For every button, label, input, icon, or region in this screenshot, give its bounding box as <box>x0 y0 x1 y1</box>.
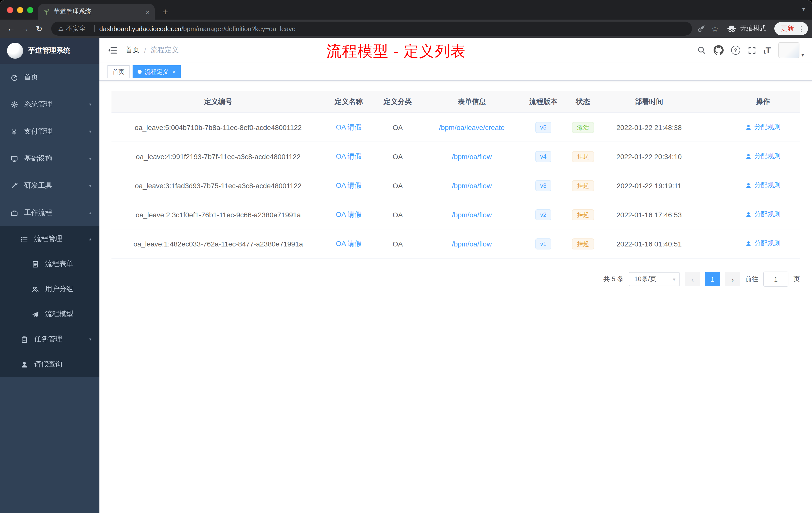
forward-icon[interactable]: → <box>18 22 32 36</box>
goto-label: 前往 <box>745 275 758 283</box>
tag-home[interactable]: 首页 <box>108 65 129 78</box>
document-icon <box>31 260 39 268</box>
search-icon[interactable] <box>697 46 706 55</box>
col-deploy-time: 部署时间 <box>600 91 698 113</box>
avatar <box>778 42 800 58</box>
col-process-version: 流程版本 <box>521 91 566 113</box>
page-number-button[interactable]: 1 <box>705 272 720 286</box>
form-link[interactable]: /bpm/oa/flow <box>452 240 492 248</box>
breadcrumb-current: 流程定义 <box>151 46 179 55</box>
goto-page-input[interactable] <box>763 272 788 286</box>
update-chip[interactable]: 更新 ⋮ <box>774 22 808 35</box>
key-icon[interactable] <box>697 24 705 33</box>
browser-tab[interactable]: 芋道管理系统 × <box>38 4 155 20</box>
back-icon[interactable]: ← <box>4 22 18 36</box>
logo-avatar <box>7 43 23 59</box>
cell-deploy-time: 2022-01-22 19:19:11 <box>600 171 698 200</box>
help-icon[interactable]: ? <box>731 46 740 55</box>
chevron-down-icon: ▾ <box>89 183 91 188</box>
browser-menu-icon[interactable]: ⋮ <box>798 25 805 32</box>
close-window-button[interactable] <box>7 7 13 13</box>
table-row: oa_leave:5:004b710b-7b8a-11ec-8ef0-acde4… <box>112 113 800 142</box>
sidebar-item-payment[interactable]: ¥ 支付管理 ▾ <box>0 118 99 145</box>
sidebar-item-user-group[interactable]: 用户分组 <box>0 277 99 302</box>
prev-page-button[interactable]: ‹ <box>685 272 700 286</box>
cell-id: oa_leave:4:991f2193-7b7f-11ec-a3c8-acde4… <box>112 142 325 171</box>
sidebar-item-devtools[interactable]: 研发工具 ▾ <box>0 172 99 199</box>
next-page-button[interactable]: › <box>725 272 740 286</box>
tags-view: 首页 流程定义 × <box>99 63 812 81</box>
tab-search-chevron-icon[interactable]: ▾ <box>802 6 805 12</box>
assign-rule-button[interactable]: 分配规则 <box>746 123 781 132</box>
cell-category: OA <box>373 200 423 229</box>
table-row: oa_leave:3:1fad3d93-7b75-11ec-a3c8-acde4… <box>112 171 800 200</box>
chevron-down-icon: ▾ <box>89 102 91 107</box>
col-definition-id: 定义编号 <box>112 91 325 113</box>
browser-toolbar: ← → ↻ ⚠ 不安全 dashboard.yudao.iocoder.cn /… <box>0 20 812 38</box>
window-controls <box>7 7 33 13</box>
definition-name-link[interactable]: OA 请假 <box>336 210 362 218</box>
sidebar-logo: 芋道管理系统 <box>0 38 99 64</box>
form-link[interactable]: /bpm/oa/flow <box>452 152 492 160</box>
definition-name-link[interactable]: OA 请假 <box>336 239 362 247</box>
reload-icon[interactable]: ↻ <box>32 22 46 36</box>
status-badge: 挂起 <box>572 180 594 191</box>
security-label: 不安全 <box>66 24 86 33</box>
sidebar-item-process-form[interactable]: 流程表单 <box>0 251 99 277</box>
assign-rule-button[interactable]: 分配规则 <box>746 239 781 248</box>
font-size-icon[interactable]: tT <box>764 46 771 55</box>
form-link[interactable]: /bpm/oa/leave/create <box>439 123 505 131</box>
definition-name-link[interactable]: OA 请假 <box>336 181 362 189</box>
tag-process-definition[interactable]: 流程定义 × <box>133 65 181 78</box>
warning-icon: ⚠ <box>58 25 64 32</box>
tag-close-icon[interactable]: × <box>172 68 176 75</box>
minimize-window-button[interactable] <box>17 7 23 13</box>
sidebar-item-process-model[interactable]: 流程模型 <box>0 302 99 327</box>
definition-table: 定义编号 定义名称 定义分类 表单信息 流程版本 状态 部署时间 操作 <box>112 91 800 259</box>
assign-rule-button[interactable]: 分配规则 <box>746 181 781 190</box>
maximize-window-button[interactable] <box>27 7 33 13</box>
cell-deploy-time: 2022-01-16 17:46:53 <box>600 200 698 229</box>
sidebar-item-leave-query[interactable]: 请假查询 <box>0 352 99 377</box>
wrench-icon <box>10 182 18 189</box>
form-link[interactable]: /bpm/oa/flow <box>452 211 492 219</box>
github-icon[interactable] <box>714 45 724 55</box>
sidebar-item-workflow[interactable]: 工作流程 ▴ <box>0 199 99 227</box>
users-icon <box>31 285 39 293</box>
clipboard-icon <box>20 336 28 343</box>
col-definition-name: 定义名称 <box>325 91 373 113</box>
toolbar-right: ☆ 无痕模式 更新 ⋮ <box>697 22 808 35</box>
tab-close-icon[interactable]: × <box>146 8 150 15</box>
cell-id: oa_leave:5:004b710b-7b8a-11ec-8ef0-acde4… <box>112 113 325 142</box>
sidebar-item-system[interactable]: 系统管理 ▾ <box>0 91 99 118</box>
new-tab-button[interactable]: + <box>159 5 172 19</box>
col-definition-category: 定义分类 <box>373 91 423 113</box>
sidebar-item-task-manage[interactable]: 任务管理 ▾ <box>0 327 99 352</box>
page-size-select[interactable]: 10条/页 ▾ <box>629 272 680 286</box>
cell-id: oa_leave:2:3c1f0ef1-76b1-11ec-9c66-a2380… <box>112 200 325 229</box>
user-avatar[interactable]: ▾ <box>778 42 804 58</box>
bookmark-star-icon[interactable]: ☆ <box>711 24 719 33</box>
breadcrumb-home[interactable]: 首页 <box>125 46 140 55</box>
fullscreen-icon[interactable] <box>748 46 756 55</box>
definition-name-link[interactable]: OA 请假 <box>336 152 362 160</box>
assign-rule-button[interactable]: 分配规则 <box>746 152 781 161</box>
form-link[interactable]: /bpm/oa/flow <box>452 181 492 189</box>
sidebar-item-infra[interactable]: 基础设施 ▾ <box>0 145 99 172</box>
definition-name-link[interactable]: OA 请假 <box>336 123 362 131</box>
assign-rule-button[interactable]: 分配规则 <box>746 210 781 219</box>
col-form-info: 表单信息 <box>423 91 521 113</box>
sidebar-item-process-manage[interactable]: 流程管理 ▴ <box>0 227 99 251</box>
incognito-label: 无痕模式 <box>740 24 766 33</box>
version-badge: v5 <box>535 122 551 133</box>
total-count: 共 5 条 <box>603 275 624 283</box>
incognito-icon <box>727 24 737 34</box>
sidebar: 芋道管理系统 首页 系统管理 ▾ ¥ 支付管理 ▾ <box>0 38 99 513</box>
address-bar[interactable]: ⚠ 不安全 dashboard.yudao.iocoder.cn /bpm/ma… <box>51 22 692 36</box>
tab-title: 芋道管理系统 <box>54 7 142 16</box>
sidebar-item-home[interactable]: 首页 <box>0 64 99 91</box>
status-badge: 激活 <box>572 122 594 133</box>
paper-plane-icon <box>31 310 39 318</box>
status-badge: 挂起 <box>572 238 594 249</box>
sidebar-toggle-icon[interactable] <box>108 45 117 55</box>
